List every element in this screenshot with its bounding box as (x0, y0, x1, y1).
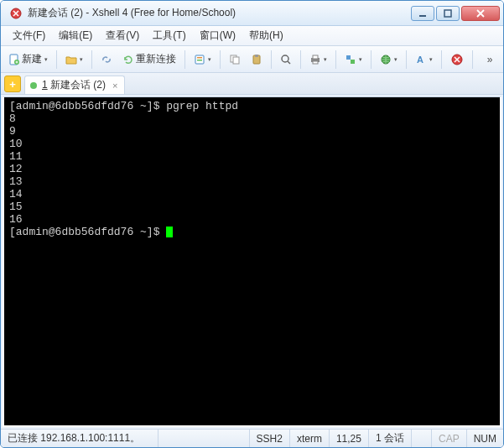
tab-session[interactable]: 1 新建会话 (2) × (24, 76, 125, 94)
font-icon: A (415, 54, 427, 65)
status-spacer (158, 430, 249, 447)
maximize-button[interactable] (436, 6, 460, 21)
status-cap: CAP (432, 430, 467, 447)
tab-title: 1 新建会话 (2) (42, 78, 106, 92)
link-icon (101, 54, 112, 65)
chevron-down-icon: ▾ (80, 56, 83, 63)
chevron-down-icon: ▾ (208, 56, 211, 63)
paste-icon (251, 54, 262, 65)
app-window: 新建会话 (2) - Xshell 4 (Free for Home/Schoo… (0, 0, 504, 448)
svg-rect-1 (419, 15, 426, 17)
separator (335, 50, 336, 69)
font-button[interactable]: A ▾ (411, 49, 437, 70)
search-icon (280, 54, 292, 65)
separator (472, 50, 473, 69)
xshell-button[interactable] (446, 49, 468, 70)
svg-rect-9 (233, 57, 239, 64)
svg-rect-15 (313, 61, 318, 64)
refresh-icon (122, 54, 134, 65)
tab-close-button[interactable]: × (111, 81, 119, 91)
menu-tools[interactable]: 工具(T) (146, 27, 192, 44)
toolbar: 新建 ▾ ▾ 重新连接 ▾ (1, 46, 503, 73)
separator (91, 50, 92, 69)
chevron-down-icon: ▾ (324, 56, 327, 63)
separator (184, 50, 185, 69)
status-connection: 已连接 192.168.1.100:1111。 (1, 430, 158, 447)
separator (300, 50, 301, 69)
status-protocol: SSH2 (250, 430, 290, 447)
chevron-down-icon: ▾ (429, 56, 433, 63)
status-sessions: 1 会话 (369, 430, 412, 447)
status-cursor: 11,25 (330, 430, 369, 447)
folder-icon (65, 54, 77, 65)
reconnect-button[interactable]: 重新连接 (118, 49, 180, 70)
link-button[interactable] (96, 49, 117, 70)
chevron-down-icon: ▾ (394, 56, 397, 63)
print-icon (309, 54, 321, 65)
titlebar: 新建会话 (2) - Xshell 4 (Free for Home/Schoo… (1, 1, 503, 26)
status-num: NUM (467, 430, 503, 447)
tabbar: + 1 新建会话 (2) × (1, 73, 503, 95)
add-tab-button[interactable]: + (4, 76, 21, 92)
properties-button[interactable]: ▾ (190, 49, 216, 70)
find-button[interactable] (276, 49, 296, 70)
print-button[interactable]: ▾ (305, 49, 331, 70)
copy-button[interactable] (225, 49, 245, 70)
window-title: 新建会话 (2) - Xshell 4 (Free for Home/Schoo… (28, 6, 411, 20)
separator (271, 50, 272, 69)
separator (406, 50, 407, 69)
overflow-button[interactable]: » (480, 49, 500, 70)
globe-icon (380, 54, 392, 65)
paste-button[interactable] (247, 49, 267, 70)
properties-icon (194, 54, 205, 65)
menu-edit[interactable]: 编辑(E) (52, 27, 99, 44)
svg-rect-2 (444, 10, 451, 17)
new-label: 新建 (22, 52, 42, 66)
cursor (166, 227, 173, 237)
separator (441, 50, 442, 69)
svg-rect-16 (346, 55, 351, 60)
separator (56, 50, 57, 69)
app-icon (9, 7, 23, 20)
svg-rect-7 (197, 60, 202, 61)
status-dot-icon (30, 82, 37, 89)
svg-rect-14 (313, 55, 318, 59)
chevron-down-icon: ▾ (44, 56, 48, 63)
reconnect-label: 重新连接 (136, 52, 176, 66)
svg-rect-6 (197, 57, 202, 59)
chevron-right-icon: » (487, 54, 493, 65)
menu-view[interactable]: 查看(V) (99, 27, 146, 44)
svg-rect-11 (255, 55, 258, 57)
svg-rect-17 (351, 60, 355, 64)
statusbar: 已连接 192.168.1.100:1111。 SSH2 xterm 11,25… (1, 429, 503, 447)
xshell-icon (450, 53, 464, 66)
separator (371, 50, 372, 69)
copy-icon (229, 54, 241, 65)
terminal[interactable]: [admin@6dbb56dfdd76 ~]$ pgrep httpd 8 9 … (3, 96, 501, 427)
status-blank (412, 430, 432, 447)
menu-file[interactable]: 文件(F) (6, 27, 52, 44)
menu-window[interactable]: 窗口(W) (193, 27, 242, 44)
new-button[interactable]: 新建 ▾ (4, 49, 52, 70)
close-button[interactable] (461, 6, 500, 21)
svg-text:A: A (417, 55, 423, 65)
open-button[interactable]: ▾ (61, 49, 87, 70)
status-termtype: xterm (290, 430, 330, 447)
separator (220, 50, 221, 69)
svg-point-12 (282, 55, 288, 62)
tools-icon (345, 54, 356, 65)
minimize-button[interactable] (411, 6, 434, 21)
new-icon (8, 54, 20, 65)
chevron-down-icon: ▾ (359, 56, 362, 63)
menubar: 文件(F) 编辑(E) 查看(V) 工具(T) 窗口(W) 帮助(H) (1, 26, 503, 46)
menu-help[interactable]: 帮助(H) (242, 27, 290, 44)
tools-button[interactable]: ▾ (340, 49, 366, 70)
web-button[interactable]: ▾ (376, 49, 402, 70)
window-controls (411, 6, 500, 21)
